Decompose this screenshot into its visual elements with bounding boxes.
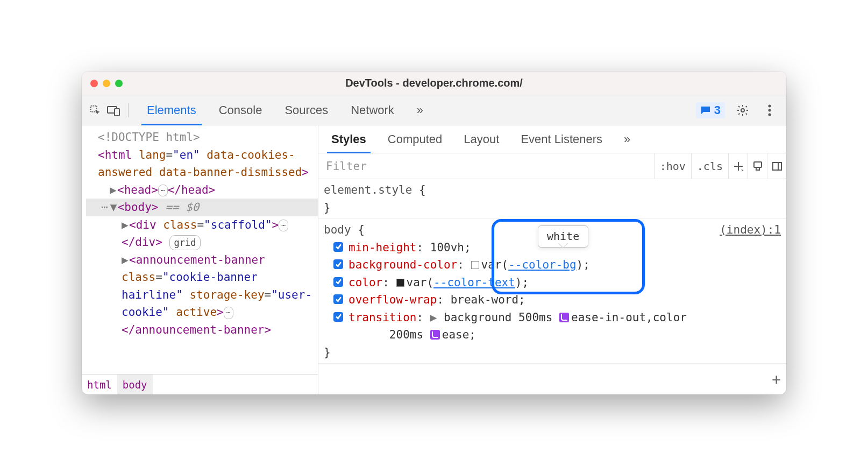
add-declaration-icon[interactable]: + xyxy=(772,368,781,391)
cls-toggle[interactable]: .cls xyxy=(691,153,728,179)
svg-rect-8 xyxy=(773,163,781,170)
devtools-window: DevTools - developer.chrome.com/ Element… xyxy=(82,72,786,394)
minimize-window-button[interactable] xyxy=(103,80,110,87)
styles-filter-input[interactable] xyxy=(318,160,654,173)
css-var-link[interactable]: --color-text xyxy=(433,276,515,289)
toggle-sidebar-icon[interactable] xyxy=(767,153,786,179)
traffic-lights xyxy=(90,80,123,87)
maximize-window-button[interactable] xyxy=(115,80,123,87)
paint-flash-icon[interactable] xyxy=(748,153,767,179)
decl-checkbox[interactable] xyxy=(333,242,343,252)
window-title: DevTools - developer.chrome.com/ xyxy=(82,77,786,89)
svg-point-3 xyxy=(741,109,744,112)
dom-doctype[interactable]: <!DOCTYPE html> xyxy=(86,129,318,146)
bezier-icon[interactable] xyxy=(559,313,569,322)
dom-head[interactable]: ▶<head>⋯</head> xyxy=(86,181,318,199)
main-split: <!DOCTYPE html> <html lang="en" data-coo… xyxy=(82,125,786,394)
grid-badge[interactable]: grid xyxy=(169,235,201,250)
crumb-html[interactable]: html xyxy=(82,375,117,394)
dom-html-open[interactable]: <html lang="en" data-cookies-answered da… xyxy=(86,146,318,181)
subtab-computed[interactable]: Computed xyxy=(378,125,452,153)
decl-checkbox[interactable] xyxy=(333,312,343,322)
style-rules: element.style { } (index):1 body { min-h… xyxy=(318,179,786,394)
rule-source-link[interactable]: (index):1 xyxy=(720,221,781,239)
svg-point-4 xyxy=(769,104,771,107)
decl-transition[interactable]: transition: ▶ background 500ms ease-in-o… xyxy=(324,309,781,344)
issues-count: 3 xyxy=(714,103,721,117)
device-toolbar-icon[interactable] xyxy=(104,101,123,119)
elements-pane: <!DOCTYPE html> <html lang="en" data-coo… xyxy=(82,125,318,394)
breadcrumb: html body xyxy=(82,374,318,394)
settings-icon[interactable] xyxy=(734,101,752,119)
dom-scaffold[interactable]: ▶<div class="scaffold">⋯</div> grid xyxy=(86,216,318,251)
color-swatch-icon[interactable] xyxy=(471,261,479,269)
tab-network[interactable]: Network xyxy=(341,95,404,125)
hov-toggle[interactable]: :hov xyxy=(654,153,691,179)
value-tooltip: white xyxy=(538,225,588,248)
new-style-rule-icon[interactable] xyxy=(728,153,748,179)
styles-subtabs: Styles Computed Layout Event Listeners » xyxy=(318,125,786,153)
toolbar-separator xyxy=(128,103,129,117)
styles-toolbar: :hov .cls xyxy=(318,153,786,179)
tabs-overflow[interactable]: » xyxy=(407,95,433,125)
decl-checkbox[interactable] xyxy=(333,294,343,304)
decl-overflow-wrap[interactable]: overflow-wrap: break-word; xyxy=(324,291,781,309)
crumb-body[interactable]: body xyxy=(117,375,153,394)
svg-rect-2 xyxy=(115,109,119,116)
css-var-link[interactable]: --color-bg xyxy=(508,258,576,271)
subtabs-overflow[interactable]: » xyxy=(614,125,640,153)
decl-checkbox[interactable] xyxy=(333,259,343,269)
styles-pane: Styles Computed Layout Event Listeners »… xyxy=(318,125,786,394)
subtab-styles[interactable]: Styles xyxy=(322,125,376,153)
tab-sources[interactable]: Sources xyxy=(275,95,338,125)
dom-announcement[interactable]: ▶<announcement-banner class="cookie-bann… xyxy=(86,251,318,339)
close-window-button[interactable] xyxy=(90,80,98,87)
svg-point-6 xyxy=(769,113,771,116)
main-tabs: Elements Console Sources Network » xyxy=(137,95,433,125)
bezier-icon[interactable] xyxy=(430,330,440,340)
issues-button[interactable]: 3 xyxy=(696,102,725,118)
subtab-event-listeners[interactable]: Event Listeners xyxy=(511,125,612,153)
dom-tree[interactable]: <!DOCTYPE html> <html lang="en" data-coo… xyxy=(82,125,318,374)
svg-point-5 xyxy=(769,109,771,111)
main-toolbar: Elements Console Sources Network » 3 xyxy=(82,95,786,125)
svg-rect-7 xyxy=(754,162,762,167)
tab-elements[interactable]: Elements xyxy=(137,95,206,125)
dom-body-selected[interactable]: ⋯▼<body> == $0 xyxy=(86,199,318,216)
inspect-element-icon[interactable] xyxy=(86,101,104,119)
decl-background-color[interactable]: background-color: var(--color-bg); xyxy=(324,256,781,274)
decl-color[interactable]: color: var(--color-text); xyxy=(324,274,781,292)
rule-element-style[interactable]: element.style { } xyxy=(318,179,786,219)
more-icon[interactable] xyxy=(760,101,779,119)
color-swatch-icon[interactable] xyxy=(396,279,404,287)
subtab-layout[interactable]: Layout xyxy=(454,125,509,153)
titlebar: DevTools - developer.chrome.com/ xyxy=(82,72,786,95)
tab-console[interactable]: Console xyxy=(209,95,272,125)
decl-checkbox[interactable] xyxy=(333,277,343,287)
